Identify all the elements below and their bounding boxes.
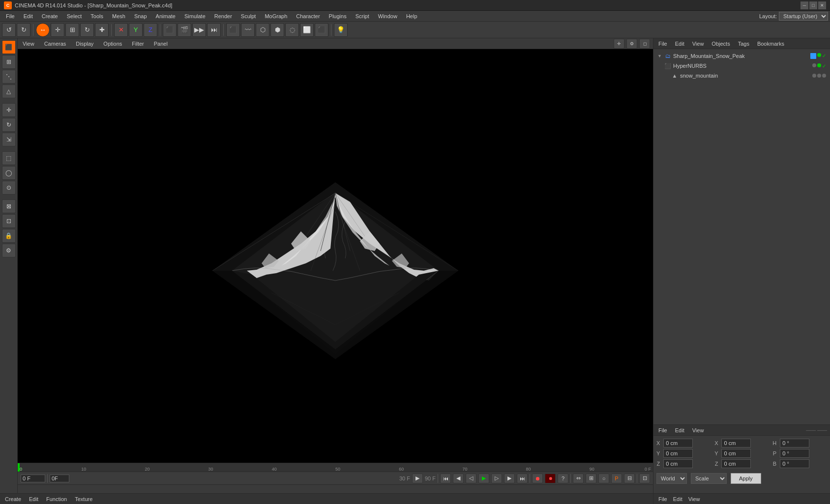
tc-next-key-button[interactable]: ▶ [504, 474, 515, 483]
3d-viewport[interactable] [18, 49, 653, 463]
menu-mesh[interactable]: Mesh [108, 12, 129, 20]
close-button[interactable]: ✕ [818, 1, 826, 9]
current-frame-input[interactable] [21, 475, 45, 482]
menu-snap[interactable]: Snap [130, 12, 151, 20]
point-mode-button[interactable]: ⊞ [2, 55, 16, 69]
edge-mode-button[interactable]: ⋱ [2, 70, 16, 84]
x-axis-button[interactable]: ✕ [114, 23, 128, 37]
layout-dropdown[interactable]: Startup (User) [779, 12, 828, 21]
tc-prev-frame-button[interactable]: ◁ [466, 474, 476, 483]
coord-file-menu[interactable]: File [656, 426, 669, 434]
deformer-button[interactable]: ⬢ [270, 23, 284, 37]
apply-button[interactable]: Apply [731, 473, 761, 484]
tc-record-button[interactable]: ▶ [412, 474, 423, 483]
sculpt-left-button[interactable]: ⚙ [2, 244, 16, 257]
menu-character[interactable]: Character [292, 12, 324, 20]
frame-offset-input[interactable] [50, 475, 69, 482]
undo-button[interactable]: ↺ [2, 23, 16, 37]
tc-prev-key-button[interactable]: ◀ [453, 474, 464, 483]
y-axis-button[interactable]: Y [129, 23, 143, 37]
tc-motion-clip-button[interactable]: ⊡ [639, 474, 650, 483]
menu-window[interactable]: Window [374, 12, 401, 20]
p-rot-input[interactable] [780, 449, 809, 458]
menu-tools[interactable]: Tools [87, 12, 107, 20]
camera-button[interactable]: ⬛ [163, 23, 177, 37]
coord-system-select[interactable]: World Object [656, 473, 687, 484]
scale-tool-button[interactable]: ⊞ [65, 23, 79, 37]
om-tags-menu[interactable]: Tags [736, 40, 751, 48]
minimize-button[interactable]: ─ [800, 1, 808, 9]
tree-item-snow-mountain[interactable]: ▲ snow_mountain [669, 71, 828, 81]
vp-menu-view[interactable]: View [21, 40, 36, 48]
live-select-button[interactable]: ⊙ [2, 181, 16, 195]
nurbs-button[interactable]: ⬡ [256, 23, 269, 37]
model-mode-button[interactable]: ⬛ [2, 40, 16, 54]
mat-edit-menu[interactable]: Edit [27, 495, 40, 503]
tc-scale-keys-button[interactable]: ⊞ [586, 474, 596, 483]
h-rot-input[interactable] [780, 439, 809, 448]
tc-orange-button[interactable]: P [611, 474, 622, 483]
transform-mode-select[interactable]: Scale Absolute [691, 473, 727, 484]
vp-expand-button[interactable]: ✛ [614, 39, 624, 49]
cube-button[interactable]: ⬛ [226, 23, 240, 37]
z-pos-input[interactable] [663, 459, 693, 468]
menu-render[interactable]: Render [210, 12, 236, 20]
render-button[interactable]: 🎬 [178, 23, 191, 37]
attr-view-menu[interactable]: View [686, 495, 702, 503]
tc-to-end-button[interactable]: ⏭ [517, 474, 528, 483]
effector-button[interactable]: ◌ [285, 23, 299, 37]
vp-settings-button[interactable]: ⚙ [626, 39, 637, 49]
vp-menu-panel[interactable]: Panel [152, 40, 170, 48]
om-file-menu[interactable]: File [656, 40, 669, 48]
select-tool-button[interactable]: ✛ [51, 23, 64, 37]
bridge-button[interactable]: ⊡ [2, 214, 16, 228]
add-button[interactable]: ✚ [95, 23, 109, 37]
move-left-button[interactable]: ✛ [2, 103, 16, 117]
om-bookmarks-menu[interactable]: Bookmarks [755, 40, 786, 48]
menu-select[interactable]: Select [63, 12, 86, 20]
tc-to-start-button[interactable]: ⏮ [440, 474, 451, 483]
coord-view-menu[interactable]: View [690, 426, 706, 434]
timeline-button[interactable]: ⏭ [207, 23, 221, 37]
om-edit-menu[interactable]: Edit [673, 40, 686, 48]
y-pos-input[interactable] [663, 449, 693, 458]
menu-edit[interactable]: Edit [20, 12, 37, 20]
paint-button[interactable]: 🔒 [2, 229, 16, 243]
tc-loop-button[interactable]: ○ [598, 474, 609, 483]
render-settings-button[interactable]: ▶▶ [192, 23, 206, 37]
timeline-ruler[interactable]: 0 10 20 30 40 50 60 70 80 90 0 F [18, 463, 653, 472]
vp-menu-filter[interactable]: Filter [130, 40, 146, 48]
attr-file-menu[interactable]: File [656, 495, 669, 503]
vp-menu-cameras[interactable]: Cameras [42, 40, 68, 48]
menu-simulate[interactable]: Simulate [180, 12, 209, 20]
x-pos-input[interactable] [663, 439, 693, 448]
y-size-input[interactable] [721, 449, 751, 458]
x-size-input[interactable] [721, 439, 751, 448]
3d-button[interactable]: ⬛ [315, 23, 328, 37]
poly-mode-button[interactable]: △ [2, 84, 16, 98]
om-view-menu[interactable]: View [690, 40, 706, 48]
menu-create[interactable]: Create [38, 12, 62, 20]
spline-button[interactable]: 〰 [241, 23, 255, 37]
menu-mograph[interactable]: MoGraph [261, 12, 291, 20]
knife-button[interactable]: ⊠ [2, 199, 16, 213]
tree-item-hypernurbs[interactable]: ⬛ HyperNURBS ✓ [662, 61, 828, 71]
tc-next-frame-button[interactable]: ▷ [491, 474, 502, 483]
z-axis-button[interactable]: Z [144, 23, 157, 37]
tc-layers-button[interactable]: ⊟ [624, 474, 635, 483]
field-button[interactable]: ⬜ [300, 23, 314, 37]
tc-record-mode-button[interactable]: ⏺ [532, 474, 543, 483]
mat-texture-menu[interactable]: Texture [73, 495, 94, 503]
menu-file[interactable]: File [2, 12, 19, 20]
rotate-tool-button[interactable]: ↻ [80, 23, 94, 37]
z-size-input[interactable] [721, 459, 751, 468]
vp-lock-button[interactable]: ◻ [639, 39, 650, 49]
rotate-left-button[interactable]: ↻ [2, 118, 16, 132]
maximize-button[interactable]: □ [809, 1, 817, 9]
menu-animate[interactable]: Animate [152, 12, 179, 20]
vp-menu-options[interactable]: Options [101, 40, 124, 48]
tree-item-root[interactable]: ▼ 🗂 Sharp_Mountain_Snow_Peak ✓ [655, 51, 828, 61]
om-objects-menu[interactable]: Objects [710, 40, 732, 48]
menu-plugins[interactable]: Plugins [325, 12, 351, 20]
tc-help-button[interactable]: ? [558, 474, 568, 483]
